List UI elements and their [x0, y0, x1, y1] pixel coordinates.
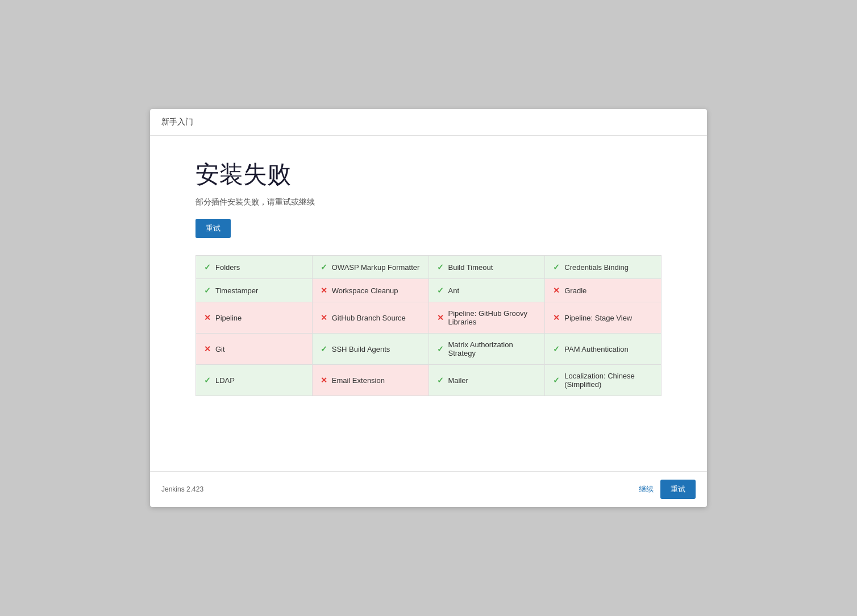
plugin-name: Gradle: [564, 286, 586, 295]
plugin-name: Timestamper: [215, 286, 258, 295]
footer-actions: 继续 重试: [639, 480, 696, 499]
plugin-name: Mailer: [448, 376, 468, 385]
cross-icon: ✕: [321, 313, 327, 322]
plugin-name: Email Extension: [332, 376, 385, 385]
plugin-cell: ✓Build Timeout: [429, 256, 546, 279]
plugin-name: GitHub Branch Source: [332, 314, 406, 322]
retry-button-bottom[interactable]: 重试: [660, 480, 696, 499]
plugin-name: Localization: Chinese (Simplified): [564, 372, 653, 389]
plugin-name: Pipeline: [215, 314, 242, 322]
window-header: 新手入门: [150, 109, 707, 136]
subtitle: 部分插件安装失败，请重试或继续: [195, 197, 662, 207]
plugin-cell: ✕Pipeline: GitHub Groovy Libraries: [429, 302, 546, 334]
cross-icon: ✕: [204, 344, 211, 353]
plugin-cell: ✓SSH Build Agents: [313, 334, 429, 365]
main-title: 安装失败: [195, 159, 662, 190]
plugin-cell: ✕Email Extension: [313, 365, 429, 396]
plugin-cell: ✓PAM Authentication: [545, 334, 662, 365]
window-body: 安装失败 部分插件安装失败，请重试或继续 重试 ✓Folders✓OWASP M…: [150, 136, 707, 471]
cross-icon: ✕: [321, 376, 327, 385]
plugin-cell: ✓LDAP: [196, 365, 313, 396]
check-icon: ✓: [321, 344, 327, 353]
plugin-cell: ✓Localization: Chinese (Simplified): [545, 365, 662, 396]
plugin-name: Folders: [215, 263, 240, 272]
check-icon: ✓: [437, 344, 444, 353]
check-icon: ✓: [553, 263, 560, 272]
cross-icon: ✕: [204, 313, 211, 322]
window-footer: Jenkins 2.423 继续 重试: [150, 471, 707, 507]
plugin-name: Build Timeout: [448, 263, 493, 272]
plugin-cell: ✓Matrix Authorization Strategy: [429, 334, 546, 365]
title-section: 安装失败 部分插件安装失败，请重试或继续 重试: [195, 159, 662, 238]
plugin-cell: ✓OWASP Markup Formatter: [313, 256, 429, 279]
plugin-cell: ✓Folders: [196, 256, 313, 279]
check-icon: ✓: [553, 376, 560, 385]
check-icon: ✓: [204, 286, 211, 295]
main-window: 新手入门 安装失败 部分插件安装失败，请重试或继续 重试 ✓Folders✓OW…: [150, 109, 707, 507]
plugin-name: OWASP Markup Formatter: [332, 263, 420, 272]
plugin-cell: ✓Timestamper: [196, 279, 313, 302]
plugin-name: Pipeline: GitHub Groovy Libraries: [448, 309, 537, 326]
check-icon: ✓: [437, 263, 444, 272]
check-icon: ✓: [204, 263, 211, 272]
plugin-cell: ✓Ant: [429, 279, 546, 302]
plugin-name: Git: [215, 345, 225, 353]
continue-link[interactable]: 继续: [639, 484, 654, 494]
plugin-name: Pipeline: Stage View: [564, 314, 632, 322]
check-icon: ✓: [321, 263, 327, 272]
cross-icon: ✕: [437, 313, 444, 322]
plugin-name: Matrix Authorization Strategy: [448, 340, 537, 357]
cross-icon: ✕: [553, 286, 560, 295]
plugin-cell: ✕Pipeline: Stage View: [545, 302, 662, 334]
check-icon: ✓: [437, 286, 444, 295]
cross-icon: ✕: [553, 313, 560, 322]
plugins-grid: ✓Folders✓OWASP Markup Formatter✓Build Ti…: [195, 255, 662, 396]
check-icon: ✓: [437, 376, 444, 385]
retry-button-top[interactable]: 重试: [195, 219, 231, 238]
check-icon: ✓: [553, 344, 560, 353]
plugin-cell: ✕Pipeline: [196, 302, 313, 334]
plugin-name: Workspace Cleanup: [332, 286, 398, 295]
plugin-name: PAM Authentication: [564, 345, 629, 353]
header-title: 新手入门: [161, 117, 193, 126]
plugin-cell: ✕Workspace Cleanup: [313, 279, 429, 302]
check-icon: ✓: [204, 376, 211, 385]
plugin-cell: ✓Mailer: [429, 365, 546, 396]
version-label: Jenkins 2.423: [161, 485, 203, 493]
plugin-cell: ✓Credentials Binding: [545, 256, 662, 279]
plugin-name: SSH Build Agents: [332, 345, 390, 353]
plugin-name: LDAP: [215, 376, 235, 385]
plugin-name: Credentials Binding: [564, 263, 629, 272]
plugin-cell: ✕Git: [196, 334, 313, 365]
plugin-name: Ant: [448, 286, 460, 295]
plugin-cell: ✕GitHub Branch Source: [313, 302, 429, 334]
cross-icon: ✕: [321, 286, 327, 295]
plugin-cell: ✕Gradle: [545, 279, 662, 302]
